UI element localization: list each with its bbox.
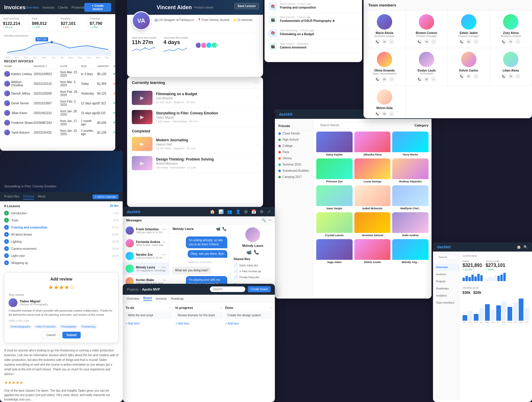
friend-card[interactable]: Madilynn Chel... [392,185,429,210]
lesson-item[interactable]: 6 Camera movement 13:56 [4,245,119,252]
lesson-item[interactable]: 7 Light color 13:34 [4,252,119,259]
column-menu[interactable]: ··· [269,306,272,309]
lesson-item[interactable]: 2 Tools 0:43 [4,217,119,224]
friend-card[interactable]: Sage Aiden [316,239,353,264]
chart-icon[interactable]: 📊 [218,209,223,214]
more-icon[interactable]: ⋯ [431,39,436,44]
message-contact[interactable]: Frank Sebastian 5m Call you back in 10 m… [123,224,169,237]
analytics-nav-item[interactable]: Roadmaps [433,285,459,292]
course-item[interactable]: ▶ Filmmaking on a Budget Lois Böschel 10… [127,88,263,108]
call-icon[interactable]: 📞 [459,74,464,79]
friend-card[interactable]: Lucas George [354,158,391,184]
team-member[interactable]: Evalyn Layla Accountant 📞 ✉ ⋯ [406,48,448,86]
courses-menu-dots[interactable]: ··· [254,80,258,85]
team-member[interactable]: Boston Connor Product manager 📞 ✉ ⋯ [406,11,448,48]
call-icon[interactable]: 📞 [417,39,422,44]
social-category-item[interactable]: High School [275,137,313,143]
shared-file[interactable]: 📄Private Diary.doc [233,274,272,280]
friend-card[interactable]: Princess Zoe [316,158,353,184]
project-task[interactable]: Write the test script [126,311,172,319]
team-member[interactable]: Zoey Alexa Business analyst 📞 ✉ ⋯ [490,11,532,48]
friend-card[interactable]: Rodney Alejandre [392,158,429,184]
project-task[interactable]: Renew licenses for the team [175,311,222,319]
skill-tag[interactable]: Video Production [33,325,58,329]
team-member[interactable]: Lilian Alexa 📞 ✉ ⋯ [490,48,532,86]
analytics-nav-item[interactable]: Analytics [433,292,459,299]
analytics-search-input[interactable] [436,254,456,260]
cancel-review-button[interactable]: Cancel [42,332,60,338]
phone-call-icon[interactable]: 📞 [222,227,227,231]
settings-icon[interactable]: ⚙ [260,209,264,214]
analytics-nav-item[interactable]: Projects [433,278,459,285]
team-member[interactable]: Macie Alexia Business analyst 📞 ✉ ⋯ [364,11,406,48]
category-filter[interactable]: Category [414,124,429,127]
profile-icon[interactable]: 👤 [236,209,241,214]
social-category-item[interactable]: Vienna [275,155,313,161]
analytics-nav-item[interactable]: Invoices [433,271,459,278]
search-messages-icon[interactable]: 🔍 [262,218,266,222]
social-category-item[interactable]: College [275,143,313,149]
course-item[interactable]: ▶ Storytelling in Film: Convey Emotion T… [127,108,263,127]
lesson-item[interactable]: 5 Lighting 19:34 [4,238,119,245]
add-to-calendar-button[interactable]: + Add to Calendar [93,194,119,199]
invoices-nav-products[interactable]: Products [72,6,84,9]
analytics-nav-item[interactable]: Overview [433,264,459,271]
more-icon[interactable]: ⋯ [389,77,394,82]
analytics-home-icon[interactable]: 🏠 [517,245,521,249]
lesson-item[interactable]: 8 Wrapping up [4,259,119,266]
more-icon[interactable]: ⋯ [515,74,520,79]
friend-card[interactable]: Terry Hector [392,132,429,157]
add-task-button[interactable]: + Add item [126,321,172,326]
home-icon[interactable]: 🏠 [210,209,215,214]
add-task-button[interactable]: + Add item [225,321,272,326]
lesson-item[interactable]: 4 All about lenses 22:20 [4,231,119,238]
friend-card[interactable]: Kalie Andrea [392,212,429,237]
social-category-item[interactable]: Close friends [275,130,313,137]
shared-file[interactable]: 📄Dads Jokes.doc [233,262,272,268]
message-contact[interactable]: Fernanda Andrea 9m What is that I want o… [123,237,169,250]
invoices-nav-invoices[interactable]: Invoices [43,6,54,9]
more-icon[interactable]: ⋯ [473,39,479,44]
friend-card[interactable]: Shiloh Austin [354,239,391,264]
mail-icon[interactable]: ✉ [466,74,471,79]
users-icon[interactable]: 👥 [227,209,232,214]
analytics-search-icon[interactable]: 🔍 [523,245,528,249]
skill-tag[interactable]: Photography [59,325,78,329]
mail-icon[interactable]: ✉ [508,74,513,79]
call-icon[interactable]: 📞 [417,77,422,82]
team-member[interactable]: Melvin Aida 📞 ✉ ⋯ [364,86,406,118]
team-member[interactable]: Kelvin Carlos 📞 ✉ ⋯ [448,48,490,86]
lesson-item[interactable]: 3 Framing and composition 37:12 [4,224,119,231]
skill-tag[interactable]: Cinematography [9,325,32,329]
friend-card[interactable]: Crystal Lauren [316,212,353,237]
message-contact[interactable]: Naralee Zoe 14m Call you back in 10 minu… [123,250,169,262]
team-member[interactable]: Edwin Jaden Finance manager 📞 ✉ ⋯ [448,11,490,48]
invoices-nav-overview[interactable]: Overview [25,6,39,9]
projects-search-input[interactable] [210,286,245,292]
proj-tab-overview[interactable]: Overview [127,297,139,300]
call-icon[interactable]: 📞 [459,39,464,44]
more-icon[interactable]: ⋯ [389,39,394,44]
mail-icon[interactable]: ✉ [382,39,387,44]
more-icon[interactable]: ⋯ [515,39,520,44]
more-icon[interactable]: ⋯ [473,74,479,79]
friend-card[interactable]: Melody Ang... [392,239,429,264]
team-member[interactable]: Olivia Amanda Sales representative 📞 ✉ ⋯ [364,48,406,86]
more-icon[interactable]: ⋯ [389,111,394,116]
invoices-nav-clients[interactable]: Clients [58,6,68,9]
tab-project-files[interactable]: Project files [4,194,20,200]
call-icon[interactable]: 📞 [375,77,380,82]
shared-file[interactable]: 📄X Files Archive.zip [233,268,272,274]
mail-icon[interactable]: ✉ [382,77,387,82]
friend-card[interactable]: Jithasha Alicia [354,132,391,157]
contact-video-icon[interactable]: 📹 [246,250,252,255]
social-category-item[interactable]: Paris [275,149,313,155]
tab-reviews[interactable]: Reviews [23,194,34,200]
tab-about[interactable]: About [38,194,45,200]
mail-icon[interactable]: ✉ [508,39,513,44]
social-category-item[interactable]: Summer 2020 [275,161,313,168]
mail-icon[interactable]: ✉ [424,77,429,82]
mail-icon[interactable]: ✉ [382,111,387,116]
lesson-item[interactable]: 1 Introduction 1:20 [4,210,119,217]
course-item[interactable]: ▶ Design Thinking: Problem Solving Andre… [127,154,263,173]
